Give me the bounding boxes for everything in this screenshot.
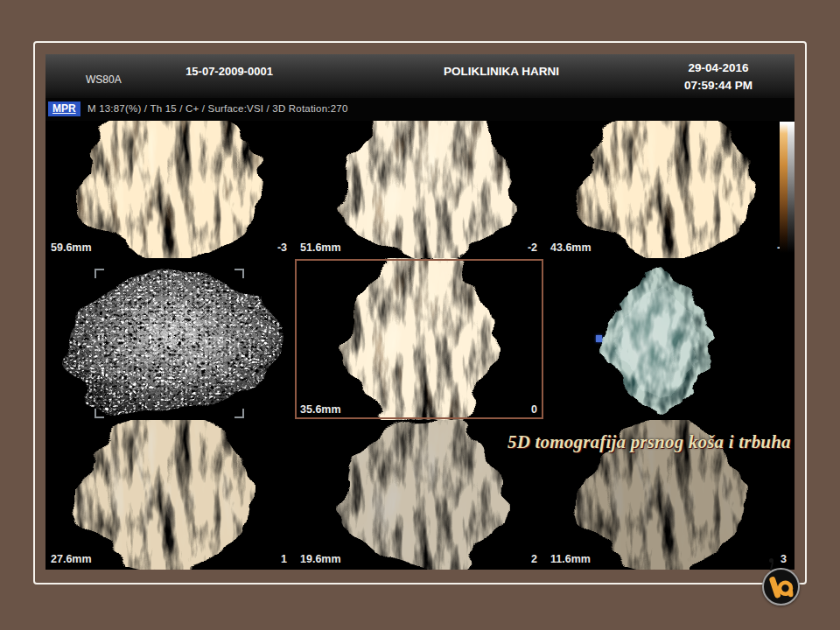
reference-2d-cell[interactable] [46,258,295,420]
slice-cell-minus1[interactable]: 43.6mm -1 [545,121,794,258]
mode-toolbar: MPR M 13:87(%) / Th 15 / C+ / Surface:VS… [46,98,794,121]
render-settings: M 13:87(%) / Th 15 / C+ / Surface:VSI / … [88,103,347,114]
slice-index-label: -3 [277,242,287,254]
slice-index-label: 2 [531,553,537,565]
slice-index-label: 0 [531,403,537,416]
slice-cell-plus1[interactable]: 27.6mm 1 [46,420,295,570]
slice-depth-label: 11.6mm [550,553,591,565]
ultrasound-2d-image [46,258,295,420]
colormap-bar [780,122,794,253]
slice-index-label: -2 [528,242,537,254]
exam-time: 07:59:44 PM [684,79,752,92]
fetal-render-gray [46,420,295,570]
clinic-name: POLIKLINIKA HARNI [374,65,628,78]
slice-depth-label: 27.6mm [51,553,92,565]
slice-index-label: 1 [281,553,287,565]
slice-grid: 59.6mm -3 51.6mm -2 43.6mm -1 [46,121,794,570]
slice-cell-minus2[interactable]: 51.6mm -2 [295,121,545,258]
colormap-sepia-gradient [780,123,788,253]
volume-cone-render [545,258,794,420]
logo-h-icon [765,570,797,603]
fetal-render-sepia [46,121,295,258]
study-caption: 5D tomografija prsnog koša i trbuha [508,431,794,453]
slice-cell-minus3[interactable]: 59.6mm -3 [46,121,295,258]
slice-cell-0-selected[interactable]: 35.6mm 0 [295,258,545,420]
slide-background: WS80A 15-07-2009-0001 POLIKLINIKA HARNI … [0,0,840,630]
slice-depth-label: 59.6mm [51,242,92,254]
exam-date: 29-04-2016 [688,61,748,74]
ultrasound-display: WS80A 15-07-2009-0001 POLIKLINIKA HARNI … [46,54,794,570]
slice-depth-label: 35.6mm [300,403,341,416]
volume-axis-marker [596,335,602,342]
slice-depth-label: 51.6mm [300,242,341,254]
machine-model: WS80A [86,74,122,86]
datetime: 29-04-2016 07:59:44 PM [662,60,775,94]
fetal-render-sepia [295,121,545,258]
mpr-mode-button[interactable]: MPR [48,102,80,116]
header-bar: WS80A 15-07-2009-0001 POLIKLINIKA HARNI … [46,54,794,98]
slice-depth-label: 19.6mm [300,553,341,565]
slice-depth-label: 43.6mm [550,242,592,254]
slice-index-label: 3 [780,553,787,565]
fetal-render-sepia [295,258,545,420]
volume-overview-cell[interactable] [545,258,794,420]
clinic-logo [762,568,800,606]
colormap-gray-gradient [788,123,794,253]
exam-id: 15-07-2009-0001 [142,65,317,78]
fetal-render-sepia [545,121,794,258]
